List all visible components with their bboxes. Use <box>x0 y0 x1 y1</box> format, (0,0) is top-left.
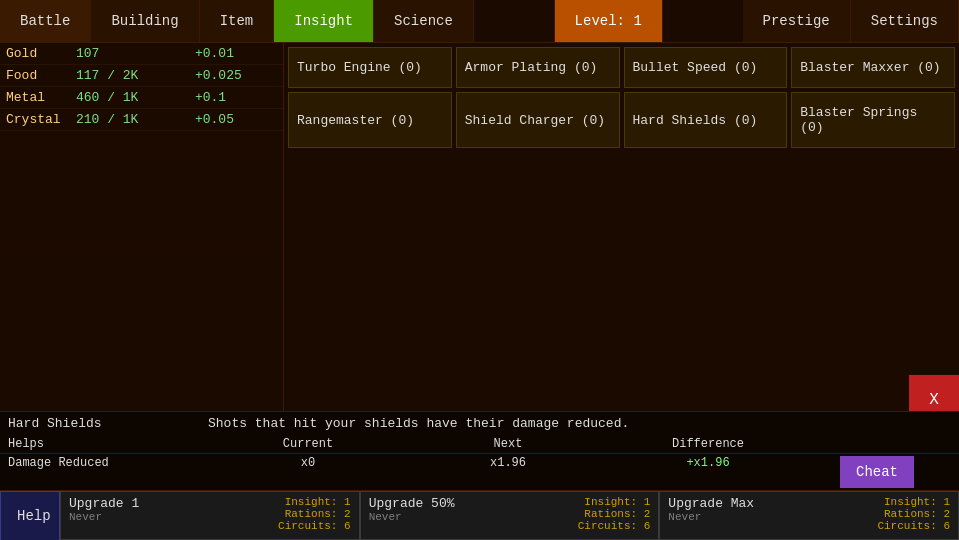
nav-tab-insight[interactable]: Insight <box>274 0 374 42</box>
upgrade-action-upgrade1[interactable]: Upgrade 1 Never Insight: 1 Rations: 2 Ci… <box>60 491 360 540</box>
upgrade-btn-rangemaster[interactable]: Rangemaster (0) <box>288 92 452 148</box>
stat-diff-damage: +x1.96 <box>608 456 808 488</box>
nav-tab-building[interactable]: Building <box>91 0 199 42</box>
stat-current-damage: x0 <box>208 456 408 488</box>
stats-header-current: Current <box>208 437 408 451</box>
nav-tab-item[interactable]: Item <box>200 0 275 42</box>
upgrade-rations: Rations: 2 <box>578 508 651 520</box>
upgrade-action-upgrademax[interactable]: Upgrade Max Never Insight: 1 Rations: 2 … <box>659 491 959 540</box>
help-button[interactable]: Help <box>0 491 60 540</box>
upgrade-action-sub: Never <box>369 511 402 523</box>
resource-rate: +0.05 <box>189 109 283 131</box>
resource-table: Gold 107 +0.01 Food 117 / 2K +0.025 Meta… <box>0 43 283 307</box>
upgrade-action-upgrade50[interactable]: Upgrade 50% Never Insight: 1 Rations: 2 … <box>360 491 660 540</box>
upgrade-action-costs: Insight: 1 Rations: 2 Circuits: 6 <box>578 496 651 532</box>
upgrade-rations: Rations: 2 <box>278 508 351 520</box>
nav-tab-prestige[interactable]: Prestige <box>743 0 851 42</box>
info-description: Shots that hit your shields have their d… <box>208 416 951 431</box>
upgrade-action-costs: Insight: 1 Rations: 2 Circuits: 6 <box>278 496 351 532</box>
empty-resource-row <box>0 241 283 263</box>
resource-row: Crystal 210 / 1K +0.05 <box>0 109 283 131</box>
upgrade-action-costs: Insight: 1 Rations: 2 Circuits: 6 <box>877 496 950 532</box>
empty-resource-row <box>0 219 283 241</box>
upgrade-btn-shield-charger[interactable]: Shield Charger (0) <box>456 92 620 148</box>
stats-row: Damage Reduced x0 x1.96 +x1.96 Cheat <box>0 454 959 490</box>
nav-tab-settings[interactable]: Settings <box>851 0 959 42</box>
upgrade-insight: Insight: 1 <box>578 496 651 508</box>
upgrade-circuits: Circuits: 6 <box>578 520 651 532</box>
empty-resource-row <box>0 285 283 307</box>
bottom-panel: Hard Shields Shots that hit your shields… <box>0 411 959 540</box>
empty-resource-row <box>0 153 283 175</box>
resource-name: Food <box>0 65 70 87</box>
upgrade-circuits: Circuits: 6 <box>877 520 950 532</box>
upgrade-btn-hard-shields[interactable]: Hard Shields (0) <box>624 92 788 148</box>
upgrade-action-title: Upgrade 50% <box>369 496 455 511</box>
upgrade-btn-bullet-speed[interactable]: Bullet Speed (0) <box>624 47 788 88</box>
upgrade-insight: Insight: 1 <box>877 496 950 508</box>
upgrade-action-sub: Never <box>668 511 701 523</box>
resource-row: Gold 107 +0.01 <box>0 43 283 65</box>
stats-header: Helps Current Next Difference <box>0 435 959 454</box>
stats-header-next: Next <box>408 437 608 451</box>
nav-tab-level[interactable]: Level: 1 <box>554 0 663 42</box>
stat-next-damage: x1.96 <box>408 456 608 488</box>
stat-label-damage: Damage Reduced <box>8 456 208 488</box>
resource-row: Metal 460 / 1K +0.1 <box>0 87 283 109</box>
bottom-actions-row: Help Upgrade 1 Never Insight: 1 Rations:… <box>0 490 959 540</box>
stats-header-label: Helps <box>8 437 208 451</box>
resource-row: Food 117 / 2K +0.025 <box>0 65 283 87</box>
resource-value: 117 / 2K <box>70 65 189 87</box>
resource-rate: +0.01 <box>189 43 283 65</box>
resource-name: Crystal <box>0 109 70 131</box>
nav-spacer <box>474 0 554 42</box>
resource-value: 107 <box>70 43 189 65</box>
upgrade-insight: Insight: 1 <box>278 496 351 508</box>
upgrade-btn-turbo-engine[interactable]: Turbo Engine (0) <box>288 47 452 88</box>
stats-header-difference: Difference <box>608 437 808 451</box>
nav-spacer-right <box>663 0 743 42</box>
info-section: Hard Shields Shots that hit your shields… <box>0 412 959 435</box>
nav-tab-battle[interactable]: Battle <box>0 0 91 42</box>
resource-value: 460 / 1K <box>70 87 189 109</box>
upgrade-actions-container: Upgrade 1 Never Insight: 1 Rations: 2 Ci… <box>60 491 959 540</box>
empty-resource-row <box>0 131 283 153</box>
resource-rate: +0.025 <box>189 65 283 87</box>
upgrade-btn-armor-plating[interactable]: Armor Plating (0) <box>456 47 620 88</box>
upgrade-rations: Rations: 2 <box>877 508 950 520</box>
top-nav: Battle Building Item Insight Science Lev… <box>0 0 959 43</box>
cheat-button[interactable]: Cheat <box>840 456 914 488</box>
resource-name: Gold <box>0 43 70 65</box>
upgrade-action-sub: Never <box>69 511 102 523</box>
empty-resource-row <box>0 175 283 197</box>
empty-resource-row <box>0 197 283 219</box>
upgrade-btn-blaster-maxxer[interactable]: Blaster Maxxer (0) <box>791 47 955 88</box>
resource-name: Metal <box>0 87 70 109</box>
upgrade-action-title: Upgrade Max <box>668 496 754 511</box>
info-title: Hard Shields <box>8 416 208 431</box>
resource-rate: +0.1 <box>189 87 283 109</box>
upgrade-circuits: Circuits: 6 <box>278 520 351 532</box>
upgrade-action-title: Upgrade 1 <box>69 496 139 511</box>
upgrade-btn-blaster-springs[interactable]: Blaster Springs (0) <box>791 92 955 148</box>
empty-resource-row <box>0 263 283 285</box>
resource-value: 210 / 1K <box>70 109 189 131</box>
upgrade-grid: Turbo Engine (0)Armor Plating (0)Bullet … <box>288 47 955 148</box>
nav-tab-science[interactable]: Science <box>374 0 474 42</box>
